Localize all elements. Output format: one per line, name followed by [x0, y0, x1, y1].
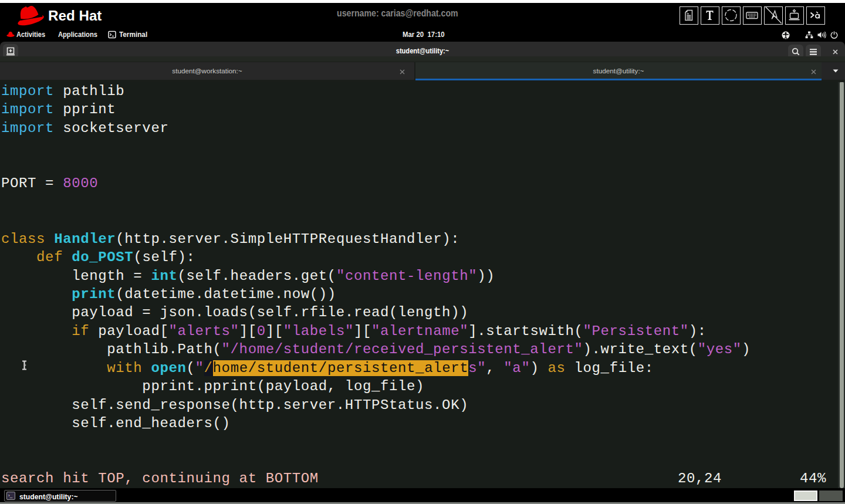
svg-text:Red Hat: Red Hat — [48, 8, 102, 23]
